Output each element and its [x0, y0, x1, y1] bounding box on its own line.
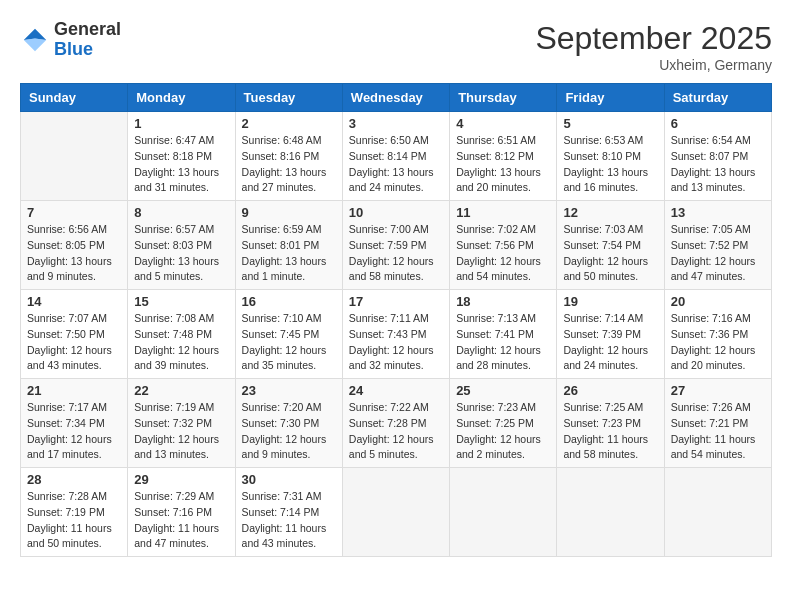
day-info: Sunrise: 6:54 AMSunset: 8:07 PMDaylight:…: [671, 133, 765, 196]
calendar-cell: 2Sunrise: 6:48 AMSunset: 8:16 PMDaylight…: [235, 112, 342, 201]
day-info: Sunrise: 7:11 AMSunset: 7:43 PMDaylight:…: [349, 311, 443, 374]
calendar-cell: 11Sunrise: 7:02 AMSunset: 7:56 PMDayligh…: [450, 201, 557, 290]
day-info: Sunrise: 7:31 AMSunset: 7:14 PMDaylight:…: [242, 489, 336, 552]
calendar-cell: 5Sunrise: 6:53 AMSunset: 8:10 PMDaylight…: [557, 112, 664, 201]
calendar-cell: 25Sunrise: 7:23 AMSunset: 7:25 PMDayligh…: [450, 379, 557, 468]
weekday-header: Sunday: [21, 84, 128, 112]
calendar-cell: 14Sunrise: 7:07 AMSunset: 7:50 PMDayligh…: [21, 290, 128, 379]
day-info: Sunrise: 7:02 AMSunset: 7:56 PMDaylight:…: [456, 222, 550, 285]
day-info: Sunrise: 7:28 AMSunset: 7:19 PMDaylight:…: [27, 489, 121, 552]
weekday-header: Monday: [128, 84, 235, 112]
day-info: Sunrise: 7:05 AMSunset: 7:52 PMDaylight:…: [671, 222, 765, 285]
calendar-cell: 18Sunrise: 7:13 AMSunset: 7:41 PMDayligh…: [450, 290, 557, 379]
day-number: 12: [563, 205, 657, 220]
day-info: Sunrise: 7:16 AMSunset: 7:36 PMDaylight:…: [671, 311, 765, 374]
day-number: 11: [456, 205, 550, 220]
day-info: Sunrise: 7:07 AMSunset: 7:50 PMDaylight:…: [27, 311, 121, 374]
day-number: 15: [134, 294, 228, 309]
day-number: 30: [242, 472, 336, 487]
calendar-cell: 3Sunrise: 6:50 AMSunset: 8:14 PMDaylight…: [342, 112, 449, 201]
calendar-cell: 15Sunrise: 7:08 AMSunset: 7:48 PMDayligh…: [128, 290, 235, 379]
day-info: Sunrise: 7:22 AMSunset: 7:28 PMDaylight:…: [349, 400, 443, 463]
day-number: 4: [456, 116, 550, 131]
logo-text: General Blue: [54, 20, 121, 60]
day-info: Sunrise: 7:03 AMSunset: 7:54 PMDaylight:…: [563, 222, 657, 285]
calendar-cell: 26Sunrise: 7:25 AMSunset: 7:23 PMDayligh…: [557, 379, 664, 468]
calendar-cell: 21Sunrise: 7:17 AMSunset: 7:34 PMDayligh…: [21, 379, 128, 468]
day-number: 28: [27, 472, 121, 487]
day-info: Sunrise: 6:51 AMSunset: 8:12 PMDaylight:…: [456, 133, 550, 196]
calendar-week-row: 21Sunrise: 7:17 AMSunset: 7:34 PMDayligh…: [21, 379, 772, 468]
month-title: September 2025: [535, 20, 772, 57]
day-info: Sunrise: 7:23 AMSunset: 7:25 PMDaylight:…: [456, 400, 550, 463]
day-number: 8: [134, 205, 228, 220]
day-number: 3: [349, 116, 443, 131]
day-number: 10: [349, 205, 443, 220]
day-info: Sunrise: 6:53 AMSunset: 8:10 PMDaylight:…: [563, 133, 657, 196]
day-info: Sunrise: 7:29 AMSunset: 7:16 PMDaylight:…: [134, 489, 228, 552]
day-info: Sunrise: 7:08 AMSunset: 7:48 PMDaylight:…: [134, 311, 228, 374]
title-area: September 2025 Uxheim, Germany: [535, 20, 772, 73]
calendar-cell: 19Sunrise: 7:14 AMSunset: 7:39 PMDayligh…: [557, 290, 664, 379]
day-number: 16: [242, 294, 336, 309]
calendar-cell: 16Sunrise: 7:10 AMSunset: 7:45 PMDayligh…: [235, 290, 342, 379]
day-info: Sunrise: 6:56 AMSunset: 8:05 PMDaylight:…: [27, 222, 121, 285]
day-number: 29: [134, 472, 228, 487]
calendar-cell: 23Sunrise: 7:20 AMSunset: 7:30 PMDayligh…: [235, 379, 342, 468]
calendar-cell: 30Sunrise: 7:31 AMSunset: 7:14 PMDayligh…: [235, 468, 342, 557]
day-number: 19: [563, 294, 657, 309]
logo-blue-text: Blue: [54, 40, 121, 60]
calendar-cell: 27Sunrise: 7:26 AMSunset: 7:21 PMDayligh…: [664, 379, 771, 468]
day-info: Sunrise: 7:00 AMSunset: 7:59 PMDaylight:…: [349, 222, 443, 285]
day-info: Sunrise: 7:20 AMSunset: 7:30 PMDaylight:…: [242, 400, 336, 463]
location: Uxheim, Germany: [535, 57, 772, 73]
calendar-header-row: SundayMondayTuesdayWednesdayThursdayFrid…: [21, 84, 772, 112]
calendar-cell: 17Sunrise: 7:11 AMSunset: 7:43 PMDayligh…: [342, 290, 449, 379]
day-number: 6: [671, 116, 765, 131]
day-info: Sunrise: 7:19 AMSunset: 7:32 PMDaylight:…: [134, 400, 228, 463]
calendar-cell: 1Sunrise: 6:47 AMSunset: 8:18 PMDaylight…: [128, 112, 235, 201]
weekday-header: Saturday: [664, 84, 771, 112]
calendar-week-row: 28Sunrise: 7:28 AMSunset: 7:19 PMDayligh…: [21, 468, 772, 557]
calendar-cell: 13Sunrise: 7:05 AMSunset: 7:52 PMDayligh…: [664, 201, 771, 290]
day-number: 9: [242, 205, 336, 220]
day-number: 18: [456, 294, 550, 309]
day-number: 7: [27, 205, 121, 220]
calendar-cell: [342, 468, 449, 557]
calendar-cell: [557, 468, 664, 557]
logo-icon: [20, 25, 50, 55]
day-info: Sunrise: 6:47 AMSunset: 8:18 PMDaylight:…: [134, 133, 228, 196]
calendar-cell: 24Sunrise: 7:22 AMSunset: 7:28 PMDayligh…: [342, 379, 449, 468]
day-info: Sunrise: 6:48 AMSunset: 8:16 PMDaylight:…: [242, 133, 336, 196]
page-header: General Blue September 2025 Uxheim, Germ…: [20, 20, 772, 73]
calendar-cell: 28Sunrise: 7:28 AMSunset: 7:19 PMDayligh…: [21, 468, 128, 557]
day-info: Sunrise: 6:50 AMSunset: 8:14 PMDaylight:…: [349, 133, 443, 196]
svg-marker-1: [24, 38, 47, 51]
calendar-cell: [664, 468, 771, 557]
day-number: 25: [456, 383, 550, 398]
calendar-cell: 10Sunrise: 7:00 AMSunset: 7:59 PMDayligh…: [342, 201, 449, 290]
weekday-header: Thursday: [450, 84, 557, 112]
weekday-header: Tuesday: [235, 84, 342, 112]
day-number: 22: [134, 383, 228, 398]
svg-marker-0: [24, 29, 47, 40]
logo: General Blue: [20, 20, 121, 60]
day-info: Sunrise: 7:10 AMSunset: 7:45 PMDaylight:…: [242, 311, 336, 374]
day-number: 27: [671, 383, 765, 398]
day-info: Sunrise: 7:13 AMSunset: 7:41 PMDaylight:…: [456, 311, 550, 374]
day-number: 23: [242, 383, 336, 398]
day-number: 14: [27, 294, 121, 309]
day-number: 2: [242, 116, 336, 131]
calendar-cell: 7Sunrise: 6:56 AMSunset: 8:05 PMDaylight…: [21, 201, 128, 290]
calendar-table: SundayMondayTuesdayWednesdayThursdayFrid…: [20, 83, 772, 557]
calendar-week-row: 14Sunrise: 7:07 AMSunset: 7:50 PMDayligh…: [21, 290, 772, 379]
calendar-cell: 20Sunrise: 7:16 AMSunset: 7:36 PMDayligh…: [664, 290, 771, 379]
calendar-cell: 12Sunrise: 7:03 AMSunset: 7:54 PMDayligh…: [557, 201, 664, 290]
calendar-week-row: 7Sunrise: 6:56 AMSunset: 8:05 PMDaylight…: [21, 201, 772, 290]
calendar-cell: 9Sunrise: 6:59 AMSunset: 8:01 PMDaylight…: [235, 201, 342, 290]
day-number: 26: [563, 383, 657, 398]
day-number: 1: [134, 116, 228, 131]
calendar-cell: 4Sunrise: 6:51 AMSunset: 8:12 PMDaylight…: [450, 112, 557, 201]
calendar-cell: 22Sunrise: 7:19 AMSunset: 7:32 PMDayligh…: [128, 379, 235, 468]
weekday-header: Friday: [557, 84, 664, 112]
